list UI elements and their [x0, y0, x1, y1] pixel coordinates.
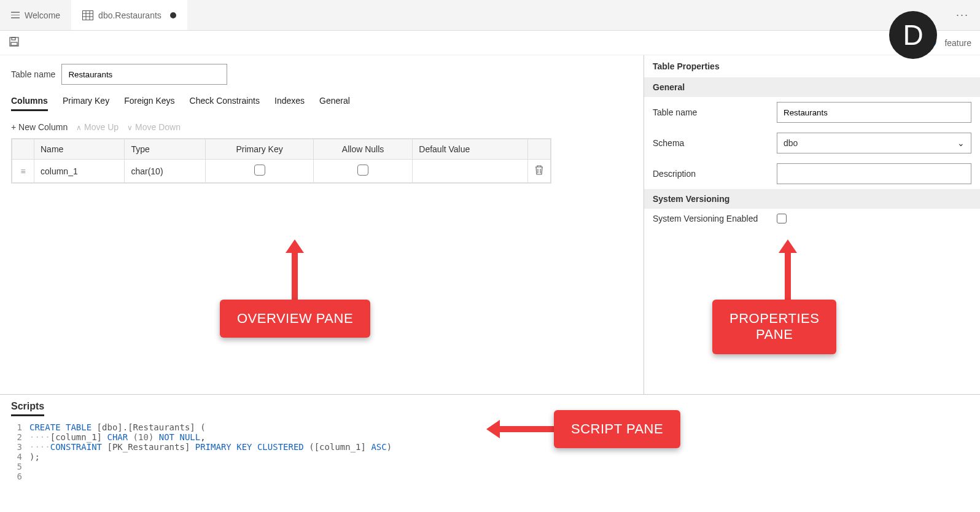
prop-schema-select[interactable]: dbo ⌄: [777, 133, 971, 153]
table-name-input[interactable]: [61, 64, 227, 85]
tab-check-constraints[interactable]: Check Constraints: [190, 96, 260, 111]
col-header-name: Name: [34, 139, 125, 160]
menu-icon: [11, 12, 20, 18]
new-column-button[interactable]: + New Column: [11, 122, 68, 132]
arrow-properties: [779, 239, 797, 301]
column-actions: + New Column ∧ Move Up ∨ Move Down: [11, 122, 632, 132]
svg-rect-6: [12, 37, 15, 40]
save-icon[interactable]: [9, 36, 20, 49]
callout-script: SCRIPT PANE: [554, 410, 680, 448]
script-pane: Scripts 1CREATE TABLE [dbo].[Restaurants…: [0, 394, 980, 511]
tab-primary-key[interactable]: Primary Key: [63, 96, 109, 111]
feature-label: feature: [944, 38, 971, 48]
avatar-letter: D: [903, 18, 923, 52]
avatar[interactable]: D: [889, 11, 937, 59]
move-down-button[interactable]: ∨ Move Down: [127, 122, 181, 132]
tab-overflow-button[interactable]: ···: [945, 9, 980, 21]
drag-handle-icon[interactable]: ≡: [12, 160, 34, 183]
callout-properties: PROPERTIESPANE: [712, 300, 836, 354]
col-header-pk: Primary Key: [206, 139, 313, 160]
tab-current[interactable]: dbo.Restaurants: [71, 0, 187, 30]
prop-table-name-input[interactable]: [777, 102, 971, 123]
delete-row-button[interactable]: [528, 160, 551, 183]
arrow-script: [486, 420, 554, 440]
cell-type[interactable]: char(10): [125, 160, 206, 183]
designer-tabs: Columns Primary Key Foreign Keys Check C…: [11, 96, 632, 111]
col-header-default: Default Value: [413, 139, 528, 160]
tab-general[interactable]: General: [319, 96, 350, 111]
tab-foreign-keys[interactable]: Foreign Keys: [124, 96, 174, 111]
svg-marker-13: [486, 420, 554, 438]
arrow-overview: [286, 239, 304, 301]
pk-checkbox[interactable]: [254, 165, 265, 176]
properties-title: Table Properties: [644, 55, 980, 77]
table-icon: [82, 10, 93, 20]
unsaved-indicator-icon: [170, 12, 176, 18]
tab-indexes[interactable]: Indexes: [274, 96, 305, 111]
svg-marker-11: [286, 239, 304, 301]
svg-rect-0: [83, 10, 93, 20]
table-row[interactable]: ≡ column_1 char(10): [12, 160, 551, 183]
col-header-nulls: Allow Nulls: [313, 139, 412, 160]
designer-toolbar: feature: [0, 31, 980, 55]
svg-rect-7: [11, 42, 17, 45]
sysver-checkbox[interactable]: [777, 214, 787, 223]
prop-description-label: Description: [653, 169, 769, 179]
svg-marker-12: [779, 239, 797, 301]
callout-overview: OVERVIEW PANE: [220, 300, 370, 338]
prop-description-input[interactable]: [777, 163, 971, 184]
cell-default[interactable]: [413, 160, 528, 183]
properties-section-general: General: [644, 77, 980, 97]
col-header-type: Type: [125, 139, 206, 160]
tab-label: dbo.Restaurants: [98, 10, 161, 20]
cell-name[interactable]: column_1: [34, 160, 125, 183]
editor-tab-bar: Welcome dbo.Restaurants ···: [0, 0, 980, 31]
prop-table-name-label: Table name: [653, 107, 769, 117]
overview-pane: Table name Columns Primary Key Foreign K…: [0, 55, 644, 394]
columns-grid: Name Type Primary Key Allow Nulls Defaul…: [11, 138, 551, 184]
prop-sysver-label: System Versioning Enabled: [653, 214, 769, 223]
properties-section-sysver: System Versioning: [644, 189, 980, 209]
tab-label: Welcome: [25, 10, 60, 20]
move-up-button[interactable]: ∧ Move Up: [76, 122, 119, 132]
prop-schema-label: Schema: [653, 138, 769, 148]
tab-columns[interactable]: Columns: [11, 96, 48, 111]
tab-welcome[interactable]: Welcome: [0, 0, 71, 30]
nulls-checkbox[interactable]: [357, 165, 368, 176]
table-name-label: Table name: [11, 69, 55, 79]
scripts-title: Scripts: [11, 401, 44, 416]
chevron-down-icon: ⌄: [957, 138, 965, 148]
